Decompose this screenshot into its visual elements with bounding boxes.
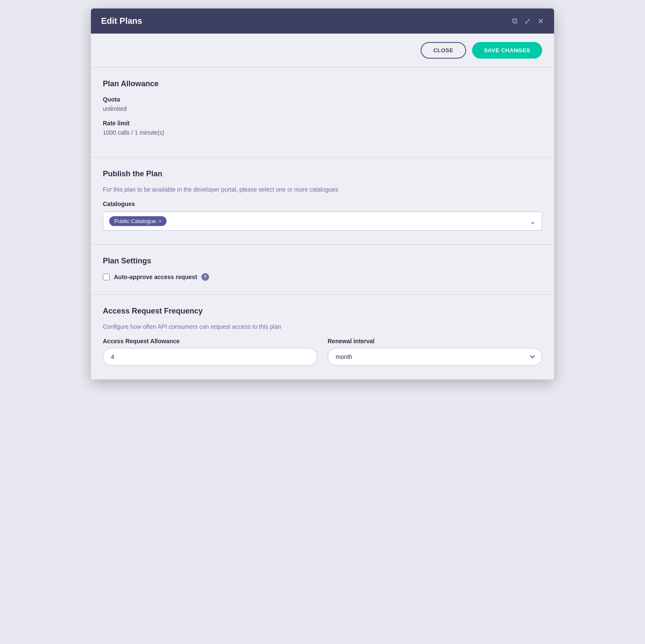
- modal-container: Edit Plans ⧉ ⤢ ✕ CLOSE SAVE CHANGES Plan…: [91, 8, 554, 380]
- rate-limit-value: 1000 calls / 1 minute(s): [103, 129, 542, 136]
- catalogue-tag: Public Catalogue ×: [109, 216, 167, 226]
- auto-approve-row: Auto-approve access request ?: [103, 273, 542, 281]
- catalogue-tags: Public Catalogue ×: [109, 216, 167, 226]
- header-icons: ⧉ ⤢ ✕: [512, 17, 544, 26]
- access-request-fields: Access Request Allowance Renewal interva…: [103, 338, 542, 366]
- allowance-input[interactable]: [103, 348, 317, 366]
- catalogue-tag-remove[interactable]: ×: [158, 218, 161, 224]
- publish-plan-subtitle: For this plan to be available in the dev…: [103, 186, 542, 193]
- modal-header: Edit Plans ⧉ ⤢ ✕: [91, 8, 554, 34]
- renewal-interval-label: Renewal interval: [328, 338, 542, 345]
- plan-allowance-title: Plan Allowance: [103, 79, 542, 88]
- save-changes-button[interactable]: SAVE CHANGES: [472, 42, 542, 59]
- publish-plan-section: Publish the Plan For this plan to be ava…: [91, 158, 554, 245]
- external-link-icon[interactable]: ⧉: [512, 17, 518, 25]
- allowance-label: Access Request Allowance: [103, 338, 317, 345]
- access-request-frequency-section: Access Request Frequency Configure how o…: [91, 295, 554, 380]
- close-icon[interactable]: ✕: [538, 17, 544, 26]
- plan-settings-section: Plan Settings Auto-approve access reques…: [91, 245, 554, 295]
- auto-approve-checkbox[interactable]: [103, 274, 110, 280]
- auto-approve-help-icon[interactable]: ?: [201, 273, 209, 281]
- quota-value: unlimited: [103, 105, 542, 112]
- catalogues-dropdown[interactable]: Public Catalogue × ⌄: [103, 212, 542, 231]
- access-request-frequency-subtitle: Configure how often API consumers can re…: [103, 323, 542, 330]
- catalogue-tag-label: Public Catalogue: [114, 218, 156, 224]
- plan-settings-title: Plan Settings: [103, 257, 542, 266]
- close-button[interactable]: CLOSE: [421, 42, 466, 59]
- toolbar: CLOSE SAVE CHANGES: [91, 34, 554, 68]
- catalogues-chevron-down-icon: ⌄: [529, 217, 536, 226]
- renewal-interval-select[interactable]: day week month year: [328, 348, 542, 366]
- quota-label: Quota: [103, 96, 542, 103]
- allowance-wrapper: Access Request Allowance: [103, 338, 317, 366]
- auto-approve-label: Auto-approve access request: [114, 274, 197, 280]
- rate-limit-label: Rate limit: [103, 120, 542, 127]
- renewal-interval-wrapper: Renewal interval day week month year: [328, 338, 542, 366]
- plan-allowance-section: Plan Allowance Quota unlimited Rate limi…: [91, 68, 554, 158]
- catalogues-label: Catalogues: [103, 201, 542, 207]
- access-request-frequency-title: Access Request Frequency: [103, 307, 542, 316]
- expand-icon[interactable]: ⤢: [524, 17, 531, 26]
- publish-plan-title: Publish the Plan: [103, 169, 542, 178]
- modal-title: Edit Plans: [101, 16, 142, 26]
